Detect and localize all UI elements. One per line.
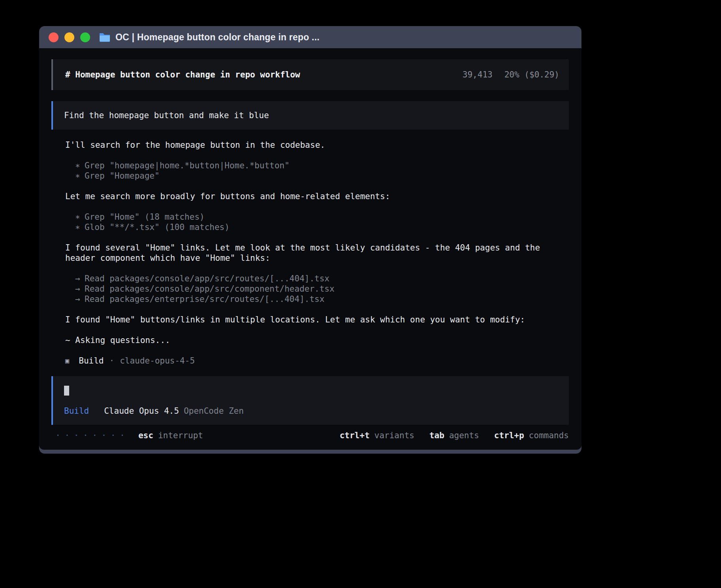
variants-label: variants [374,430,414,441]
titlebar[interactable]: OC | Homepage button color change in rep… [39,26,581,48]
arrow-right-icon: → [75,273,85,284]
interrupt-label: interrupt [158,430,203,441]
spacer [64,396,558,406]
agents-shortcut: tab agents [429,430,479,441]
agent-model: claude-opus-4-5 [120,356,195,366]
spinner-dots: ········ [55,430,129,441]
tool-call-text: Grep "Homepage" [85,171,160,181]
input-line[interactable] [64,385,558,396]
variants-shortcut: ctrl+t variants [340,430,414,441]
status-bar-right: ctrl+t variants tab agents ctrl+p comman… [340,430,569,441]
agent-separator: · [109,356,114,366]
asterisk-icon: ∗ [75,212,85,222]
spacer [65,304,565,315]
ctrl-p-key: ctrl+p [494,430,524,441]
ctrl-t-key: ctrl+t [340,430,370,441]
user-message: Find the homepage button and make it blu… [51,101,569,130]
commands-label: commands [529,430,569,441]
agent-name: Build [79,356,104,366]
session-title: # Homepage button color change in repo w… [65,70,300,80]
session-meta: 39,413 20% ($0.29) [462,70,559,80]
tool-call-text: Grep "homepage|home.*button|Home.*button… [85,161,289,170]
spacer [65,150,565,160]
agent-badge-icon: ▣ [65,356,69,366]
assistant-text-broader: Let me search more broadly for buttons a… [65,191,565,202]
assistant-text-ask: I found "Home" buttons/links in multiple… [65,315,565,325]
traffic-lights [49,32,90,42]
spacer [65,202,565,212]
close-button[interactable] [49,32,59,42]
assistant-text-candidates: I found several "Home" links. Let me loo… [65,243,565,263]
tool-call-text: Read packages/console/app/src/component/… [85,284,334,294]
arrow-right-icon: → [75,284,85,294]
input-status-line: BuildClaude Opus 4.5OpenCode Zen [64,406,558,416]
commands-shortcut: ctrl+p commands [494,430,569,441]
asterisk-icon: ∗ [75,160,85,171]
minimize-button[interactable] [64,32,74,42]
esc-key: esc [138,430,153,441]
text-cursor [64,386,69,396]
spacer [65,263,565,273]
tool-call-read-2: →Read packages/console/app/src/component… [65,284,565,294]
status-bar-left: ········ esc interrupt [55,430,203,441]
tool-call-text: Grep "Home" (18 matches) [85,212,204,222]
model-label: Claude Opus 4.5 [104,406,179,416]
token-count: 39,413 [462,70,493,80]
agents-label: agents [449,430,479,441]
tab-key: tab [429,430,444,441]
tool-call-text: Read packages/enterprise/src/routes/[...… [85,294,325,304]
tool-call-text: Read packages/console/app/src/routes/[..… [85,274,330,283]
tool-call-read-1: →Read packages/console/app/src/routes/[.… [65,273,565,284]
tool-call-glob: ∗Glob "**/*.tsx" (100 matches) [65,222,565,232]
mode-label[interactable]: Build [64,406,89,416]
folder-icon [99,32,111,42]
tool-call-grep-2: ∗Grep "Homepage" [65,171,565,181]
terminal-window: OC | Homepage button color change in rep… [39,26,581,454]
zoom-button[interactable] [80,32,90,42]
spacer [65,325,565,335]
spacer [65,345,565,356]
status-bar: ········ esc interrupt ctrl+t variants t… [51,430,569,441]
terminal-body: # Homepage button color change in repo w… [39,48,581,450]
assistant-text-intro: I'll search for the homepage button in t… [65,140,565,150]
agent-status: ▣ Build · claude-opus-4-5 [65,356,565,366]
tool-call-grep-1: ∗Grep "homepage|home.*button|Home.*butto… [65,160,565,171]
tool-call-grep-3: ∗Grep "Home" (18 matches) [65,212,565,222]
session-header: # Homepage button color change in repo w… [51,59,569,90]
user-message-text: Find the homepage button and make it blu… [64,111,269,120]
tool-call-read-3: →Read packages/enterprise/src/routes/[..… [65,294,565,304]
spacer [65,181,565,191]
asterisk-icon: ∗ [75,171,85,181]
conversation: I'll search for the homepage button in t… [51,140,569,366]
window-title: OC | Homepage button color change in rep… [115,32,319,43]
provider-label: OpenCode Zen [184,406,244,416]
working-status: ~ Asking questions... [65,335,565,345]
asterisk-icon: ∗ [75,222,85,232]
context-cost: 20% ($0.29) [504,70,559,80]
spacer [65,232,565,243]
prompt-input[interactable]: BuildClaude Opus 4.5OpenCode Zen [51,376,569,425]
interrupt-shortcut: esc interrupt [138,430,203,441]
arrow-right-icon: → [75,294,85,304]
tool-call-text: Glob "**/*.tsx" (100 matches) [85,222,230,232]
